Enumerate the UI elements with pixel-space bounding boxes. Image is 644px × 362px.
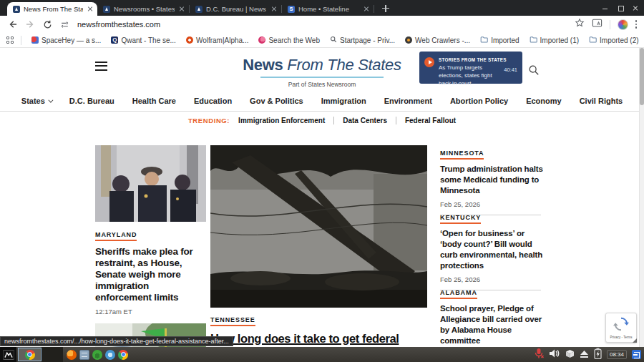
bookmark-label: Startpage - Priv...: [340, 36, 395, 44]
kicker-tennessee[interactable]: TENNESSEE: [210, 316, 255, 326]
bookmark-star-icon[interactable]: [575, 18, 585, 31]
kicker-alabama[interactable]: ALABAMA: [440, 289, 477, 299]
link-status-bar: newsfromthestates.com/.../how-long-does-…: [0, 336, 233, 346]
alabama-headline[interactable]: School prayer, Pledge of Allegiance bill…: [440, 303, 544, 346]
play-icon[interactable]: [424, 57, 434, 67]
blue-browser-icon[interactable]: [105, 350, 115, 360]
trending-data-centers[interactable]: Data Centers: [343, 117, 387, 124]
wolfram-icon: [186, 36, 193, 44]
podcast-widget[interactable]: STORIES FROM THE STATES As Trump targets…: [419, 52, 522, 84]
nav-economy[interactable]: Economy: [526, 97, 562, 105]
bookmark-spacehey[interactable]: SpaceHey — a s...: [31, 36, 101, 44]
bookmark-web-crawlers[interactable]: Web Crawlers -...: [405, 36, 470, 44]
chrome-dock-icon[interactable]: [118, 350, 128, 360]
minnesota-headline[interactable]: Trump administration halts some Medicaid…: [440, 164, 544, 196]
system-tray: 08:34: [534, 348, 641, 362]
tab-close-icon[interactable]: [179, 6, 185, 12]
microphone-muted-icon[interactable]: [534, 348, 544, 362]
reading-mode-icon[interactable]: [592, 18, 602, 31]
nav-education[interactable]: Education: [194, 97, 232, 105]
nav-gov-politics[interactable]: Gov & Politics: [250, 97, 303, 105]
spacehey-icon: [31, 36, 39, 44]
tab-close-icon[interactable]: [87, 6, 93, 12]
bookmark-wolfram[interactable]: Wolfram|Alpha...: [186, 36, 249, 44]
reload-icon[interactable]: [39, 17, 56, 31]
bookmark-startpage[interactable]: Startpage - Priv...: [330, 36, 395, 44]
page-content: News From The States Part of States News…: [0, 48, 644, 347]
forward-icon[interactable]: [21, 17, 39, 31]
site-settings-icon[interactable]: [56, 17, 73, 31]
nav-label: Economy: [526, 97, 562, 105]
nav-dc-bureau[interactable]: D.C. Bureau: [69, 97, 114, 105]
bookmark-label: Wolfram|Alpha...: [196, 36, 249, 44]
maryland-article-image[interactable]: [95, 145, 206, 222]
search-icon[interactable]: [528, 64, 540, 79]
bookmark-qwant[interactable]: Q Qwant - The se...: [111, 36, 176, 44]
tennessee-headline[interactable]: How long does it take to get federal ass…: [210, 330, 427, 347]
kicker-maryland[interactable]: MARYLAND: [95, 231, 137, 241]
minimize-button[interactable]: [602, 5, 608, 11]
firefox-icon[interactable]: [67, 350, 77, 360]
tab-close-icon[interactable]: [364, 6, 369, 12]
trending-immigration-enforcement[interactable]: Immigration Enforcement: [238, 117, 325, 124]
maryland-headline[interactable]: Sheriffs make plea for restraint, as Hou…: [95, 246, 206, 303]
trending-bar: TRENDING: Immigration Enforcement Data C…: [0, 117, 644, 124]
page-scrollbar[interactable]: [639, 48, 644, 347]
bookmark-folder-imported-2[interactable]: Imported (2): [589, 36, 638, 44]
nav-abortion-policy[interactable]: Abortion Policy: [450, 97, 508, 105]
volume-icon[interactable]: [549, 348, 560, 361]
tab-close-icon[interactable]: [271, 6, 277, 12]
kentucky-time: Feb 25, 2026: [440, 275, 544, 283]
apps-grid-icon[interactable]: [6, 36, 14, 44]
nav-label: Abortion Policy: [450, 97, 508, 105]
kentucky-headline[interactable]: ‘Open for business’ or ‘body count?’ Bil…: [440, 228, 544, 271]
folder-icon: [589, 36, 597, 44]
trending-federal-fallout[interactable]: Federal Fallout: [405, 117, 456, 124]
tab-dc-bureau[interactable]: D.C. Bureau | News From: [190, 2, 281, 16]
eject-icon[interactable]: [580, 348, 589, 361]
nav-states[interactable]: States: [21, 97, 52, 105]
tab-title: D.C. Bureau | News From: [206, 5, 267, 13]
maximize-button[interactable]: [617, 5, 623, 11]
nav-health-care[interactable]: Health Care: [132, 97, 176, 105]
bookmark-search-the-web[interactable]: Search the Web: [258, 36, 320, 44]
session-exit-icon[interactable]: [632, 350, 641, 359]
nav-environment[interactable]: Environment: [384, 97, 432, 105]
battery-charging-icon[interactable]: [594, 348, 602, 362]
green-app-icon[interactable]: [92, 350, 102, 360]
nav-civil-rights[interactable]: Civil Rights: [580, 97, 623, 105]
nav-immigration[interactable]: Immigration: [321, 97, 366, 105]
new-tab-button[interactable]: [380, 3, 391, 14]
main-nav: States D.C. Bureau Health Care Education…: [0, 97, 644, 105]
file-manager-icon[interactable]: [79, 350, 89, 360]
site-logo[interactable]: News From The States: [0, 56, 644, 74]
scrollbar-thumb[interactable]: [640, 48, 644, 105]
back-icon[interactable]: [4, 17, 21, 31]
tab-favicon: [195, 6, 203, 13]
maryland-time: 12:17am ET: [95, 308, 206, 315]
close-button[interactable]: [632, 5, 638, 11]
taskbar-clock[interactable]: 08:34: [607, 350, 627, 359]
chevron-down-icon: [48, 97, 53, 102]
app-launcher-button[interactable]: [0, 347, 16, 362]
bookmark-folder-imported[interactable]: Imported: [480, 36, 519, 44]
taskbar-gap: [42, 347, 63, 362]
tab-stateline[interactable]: S Home • Stateline: [282, 2, 374, 16]
kicker-kentucky[interactable]: KENTUCKY: [440, 214, 481, 224]
podcast-title: As Trump targets elections, states fight…: [439, 64, 502, 87]
chrome-taskbar-button[interactable]: [18, 348, 42, 361]
browser-menu-icon[interactable]: [635, 20, 638, 29]
tab-newsrooms[interactable]: Newsrooms • States New: [97, 2, 189, 16]
minnesota-time: Feb 25, 2026: [440, 200, 544, 208]
bookmark-label: Imported: [491, 36, 519, 44]
taskbar: 08:34: [0, 347, 644, 362]
package-icon[interactable]: [565, 348, 575, 361]
bookmark-folder-imported-1[interactable]: Imported (1): [530, 36, 579, 44]
kicker-minnesota[interactable]: MINNESOTA: [440, 150, 484, 160]
article-minnesota: MINNESOTA Trump administration halts som…: [440, 145, 544, 215]
profile-avatar[interactable]: [618, 19, 628, 30]
tab-title: News From The States | F: [24, 5, 83, 13]
tennessee-article-image[interactable]: [210, 145, 427, 308]
tab-news-from-the-states[interactable]: News From The States | F: [7, 2, 97, 16]
address-bar[interactable]: newsfromthestates.com: [77, 20, 575, 29]
